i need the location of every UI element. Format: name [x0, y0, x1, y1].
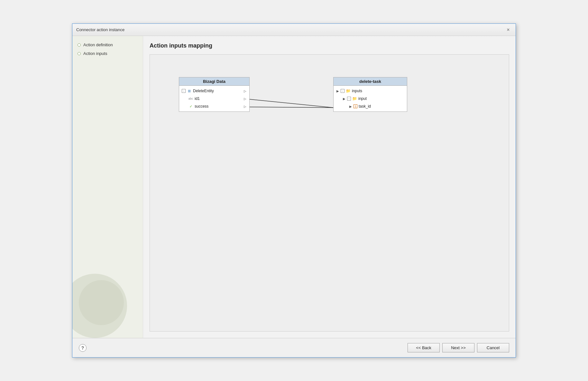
expand-icon[interactable]: -: [347, 97, 351, 101]
cancel-button[interactable]: Cancel: [477, 343, 509, 352]
table-icon: ⊞: [187, 88, 192, 93]
dialog-title: Connector action instance: [76, 27, 124, 32]
row-label: id1: [195, 96, 200, 101]
arrow-out-icon: ▷: [243, 89, 247, 93]
folder-icon: 📁: [345, 88, 351, 93]
row-label: success: [195, 104, 208, 109]
dialog-footer: ? << Back Next >> Cancel: [72, 338, 516, 357]
bizagi-data-body: - ⊞ DeleteEntity ▷ abc id1 ▷: [179, 86, 249, 111]
expand-icon[interactable]: -: [182, 89, 186, 93]
expand-icon[interactable]: -: [341, 89, 345, 93]
sidebar-item-action-inputs[interactable]: Action inputs: [78, 51, 138, 56]
page-title: Action inputs mapping: [150, 42, 509, 49]
delete-task-header: delete-task: [334, 77, 407, 86]
folder-icon: 📁: [352, 96, 357, 101]
back-button[interactable]: << Back: [408, 343, 440, 352]
node-row-input: ▶ - 📁 input: [334, 95, 407, 102]
sidebar-item-label: Action definition: [83, 42, 113, 47]
row-label: task_id: [359, 104, 371, 109]
bizagi-data-node: Bizagi Data - ⊞ DeleteEntity ▷: [179, 77, 250, 112]
bullet-icon: [78, 52, 81, 55]
arrow-out-icon: ▷: [243, 105, 247, 108]
row-label: DeleteEntity: [193, 89, 214, 93]
dialog-body: Action definition Action inputs Action i…: [72, 36, 516, 338]
arrow-in-icon: ▶: [349, 105, 352, 108]
dialog-titlebar: Connector action instance ×: [72, 24, 516, 36]
check-icon: ✓: [188, 104, 193, 109]
arrow-in-icon: ▶: [336, 89, 339, 93]
num-icon: 1: [354, 104, 357, 108]
footer-right: << Back Next >> Cancel: [408, 343, 509, 352]
bizagi-data-header: Bizagi Data: [179, 77, 249, 86]
node-row-inputs: ▶ - 📁 inputs: [334, 87, 407, 95]
sidebar-decoration2: [79, 280, 124, 325]
sidebar-item-action-definition[interactable]: Action definition: [78, 42, 138, 47]
mapping-area: Bizagi Data - ⊞ DeleteEntity ▷: [150, 54, 509, 332]
svg-line-6: [250, 107, 333, 108]
arrow-out-icon: ▷: [243, 97, 247, 100]
row-label: inputs: [352, 89, 362, 93]
bullet-icon: [78, 43, 81, 47]
delete-task-body: ▶ - 📁 inputs ▶ - 📁 input: [334, 86, 407, 111]
abc-icon: abc: [188, 96, 193, 101]
sidebar: Action definition Action inputs: [72, 36, 143, 338]
close-button[interactable]: ×: [505, 26, 512, 33]
footer-left: ?: [79, 344, 87, 352]
next-button[interactable]: Next >>: [442, 343, 474, 352]
node-row-task-id: ▶ 1 task_id: [334, 102, 407, 110]
arrow-in-icon: ▶: [343, 97, 346, 100]
connector-action-dialog: Connector action instance × Action defin…: [72, 23, 516, 358]
node-row-success: ✓ success ▷: [180, 102, 249, 110]
node-row-delete-entity: - ⊞ DeleteEntity ▷: [179, 87, 249, 95]
row-label: input: [358, 96, 367, 101]
sidebar-item-label: Action inputs: [83, 51, 107, 56]
help-button[interactable]: ?: [79, 344, 87, 352]
delete-task-node: delete-task ▶ - 📁 inputs: [333, 77, 407, 112]
mapping-canvas: Bizagi Data - ⊞ DeleteEntity ▷: [150, 55, 509, 331]
svg-line-5: [250, 99, 333, 108]
main-content: Action inputs mapping: [143, 36, 516, 338]
node-row-id1: abc id1 ▷: [180, 95, 249, 102]
